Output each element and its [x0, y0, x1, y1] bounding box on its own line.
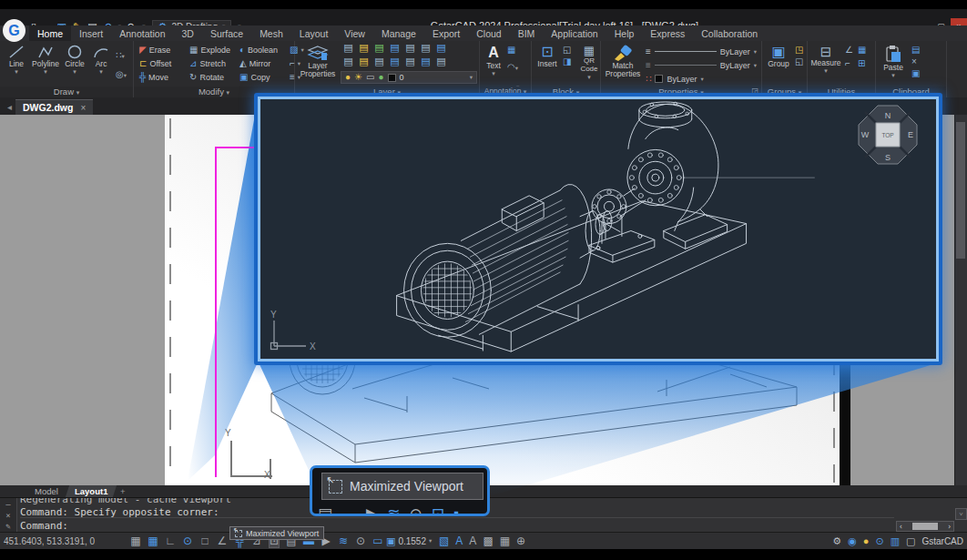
calculator-icon[interactable]: ▦ [858, 46, 870, 59]
command-horizontal-scrollbar[interactable]: ‹ › [896, 521, 954, 532]
move-button[interactable]: ╬Move [139, 73, 187, 82]
annotation-visibility-toggle[interactable]: ▧ [439, 535, 449, 547]
lineweight-control[interactable]: ∷ ByLayer▾ [646, 73, 757, 85]
color-control[interactable]: ≡ ByLayer▾ [646, 46, 757, 57]
copy-button[interactable]: ▣Copy [239, 73, 287, 82]
zoom-tool[interactable]: ⊙ [355, 535, 366, 547]
id-point-icon[interactable]: ⌐ [845, 59, 858, 73]
viewcube[interactable]: N S W E TOP [856, 103, 920, 167]
command-edit-icon[interactable]: ✎ [5, 522, 10, 531]
osnap-toggle[interactable]: □ [199, 535, 210, 547]
measure-button[interactable]: ⊟ Measure▾ [811, 43, 840, 74]
command-menu-icon[interactable]: — [5, 500, 10, 509]
tab-cloud[interactable]: Cloud [468, 25, 509, 41]
paste-button[interactable]: Paste▾ [880, 43, 906, 78]
group-button[interactable]: ▣ Group [766, 43, 791, 68]
stretch-button[interactable]: ⊿Stretch [189, 59, 237, 68]
vertical-scrollbar[interactable] [954, 115, 967, 485]
layout-viewport-border-horizontal[interactable] [215, 147, 258, 148]
insert-button[interactable]: ⊡ Insert [535, 43, 559, 68]
auto-scale-toggle[interactable]: A [455, 535, 463, 547]
leader-tool[interactable]: ◠▾ [507, 57, 519, 74]
layout1-tab[interactable]: Layout1 [66, 485, 117, 497]
tab-bim[interactable]: BIM [510, 25, 544, 41]
match-properties-button[interactable]: Match Properties [605, 43, 641, 79]
tab-express[interactable]: Express [642, 25, 693, 41]
isolate-objects-toggle[interactable]: ▩ [483, 535, 493, 547]
edit-block-icon[interactable]: ◨ [563, 57, 575, 66]
tab-export[interactable]: Export [424, 25, 468, 41]
fullscreen-icon[interactable]: ▢ [906, 535, 915, 547]
quick-calc-icon[interactable]: ∠ [845, 46, 858, 59]
tab-3d[interactable]: 3D [174, 25, 202, 41]
display-icon[interactable]: ▥ [891, 535, 900, 547]
angle-toggle[interactable]: ∠ [217, 535, 228, 547]
add-layout-tab[interactable]: + [115, 485, 131, 497]
boolean-button[interactable]: ◐Boolean [239, 46, 287, 55]
doc-tab-scroll-left-icon[interactable]: ◂ [7, 102, 12, 112]
tab-mesh[interactable]: Mesh [251, 25, 291, 41]
grid-toggle[interactable]: ▦ [148, 535, 158, 547]
layer-isolate-icon[interactable]: ▤ [387, 43, 402, 56]
polyline-button[interactable]: Polyline▾ [32, 43, 59, 75]
maximized-viewport[interactable]: N S W E TOP Y X [254, 93, 942, 365]
layer-state-icon[interactable]: ▤ [433, 56, 449, 70]
model-tab[interactable]: Model [25, 485, 67, 497]
layer-freeze-icon[interactable]: ▤ [356, 43, 372, 56]
command-prompt[interactable]: Command: [20, 520, 894, 532]
layer-thaw-icon[interactable]: ▤ [341, 56, 356, 70]
scroll-right-icon[interactable]: › [947, 523, 952, 531]
settings-gear-icon[interactable]: ⚙ [832, 535, 841, 547]
tab-insert[interactable]: Insert [71, 25, 111, 41]
qr-code-button[interactable]: ▦ QR Code▾ [578, 43, 600, 80]
erase-button[interactable]: ◤Erase [139, 46, 187, 55]
command-close-icon[interactable]: × [5, 511, 10, 520]
ortho-toggle[interactable]: ∟ [165, 535, 176, 547]
cut-icon[interactable]: × [911, 57, 924, 66]
ungroup-icon[interactable]: ◳ [795, 46, 806, 55]
layer-dropdown[interactable]: ● ☀ ▭ ● 0 ▾ [341, 71, 477, 84]
rotate-button[interactable]: ↻Rotate [189, 73, 237, 82]
tab-view[interactable]: View [336, 25, 373, 41]
layer-prev-icon[interactable]: ▤ [433, 43, 449, 56]
circle-button[interactable]: Circle▾ [63, 43, 87, 75]
layer-unisolate-icon[interactable]: ▤ [372, 56, 387, 70]
clean-screen-toggle[interactable]: ⊕ [516, 535, 525, 547]
layer-match-icon[interactable]: ▤ [418, 43, 433, 56]
pan-tool[interactable]: ▭ [372, 535, 383, 547]
text-button[interactable]: A Text▾ [483, 43, 504, 76]
tab-help[interactable]: Help [606, 25, 643, 41]
copy-base-icon[interactable]: ▣ [911, 69, 924, 78]
workspace-switch-toggle[interactable]: ▦ [500, 535, 510, 547]
tab-manage[interactable]: Manage [373, 25, 424, 41]
linetype-control[interactable]: ≡ ByLayer▾ [646, 59, 757, 71]
layer-unlock-icon[interactable]: ▤ [356, 56, 372, 70]
layer-merge-icon[interactable]: ▤ [402, 56, 418, 70]
layer-walk-icon[interactable]: ▤ [387, 56, 402, 70]
draw-panel-label[interactable]: Draw ▾ [0, 87, 133, 97]
scrollbar-thumb[interactable] [912, 523, 938, 530]
performance-monitor-icon[interactable]: ⊙ [875, 535, 883, 547]
tab-application[interactable]: Application [543, 25, 606, 41]
line-button[interactable]: Line▾ [5, 43, 28, 75]
break-icon[interactable]: ≡ [290, 73, 295, 82]
tab-annotation[interactable]: Annotation [111, 25, 173, 41]
snap-toggle[interactable]: ▦ [130, 535, 141, 547]
tab-layout[interactable]: Layout [291, 25, 337, 41]
isodraft-toggle[interactable]: ≋ [338, 535, 349, 547]
gstarcad-logo-icon[interactable]: G [3, 19, 25, 42]
mirror-button[interactable]: ◭Mirror [239, 59, 287, 68]
copy-clip-icon[interactable]: ▤ [911, 46, 924, 55]
layer-vpfreeze-icon[interactable]: ▤ [418, 56, 433, 70]
command-scroll-down-icon[interactable]: ˅ [955, 508, 967, 520]
annotation-scale-control[interactable]: ▣ 0.1552 ▾ [386, 536, 432, 546]
explode-button[interactable]: ▦Explode [189, 46, 237, 55]
hardware-acceleration-icon[interactable]: ● [863, 535, 870, 546]
document-tab-close-icon[interactable]: × [80, 103, 86, 113]
quick-select-icon[interactable]: ⊞ [858, 59, 870, 73]
table-icon[interactable]: ▦ [507, 46, 519, 55]
ui-lock-icon[interactable]: ◉ [848, 535, 857, 547]
tab-surface[interactable]: Surface [202, 25, 251, 41]
create-block-icon[interactable]: ◱ [563, 46, 575, 55]
fillet-icon[interactable]: ⌐ [290, 59, 295, 68]
